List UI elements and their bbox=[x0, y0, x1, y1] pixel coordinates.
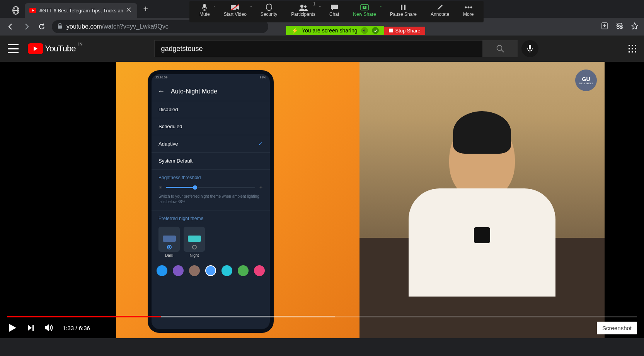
brightness-low-icon: ☀ bbox=[158, 185, 162, 190]
svg-point-12 bbox=[470, 7, 472, 8]
zoom-video-label: Start Video bbox=[224, 12, 247, 17]
new-tab-button[interactable]: + bbox=[140, 3, 151, 14]
lapel-mic-icon bbox=[474, 227, 490, 243]
svg-point-11 bbox=[467, 7, 469, 8]
chat-icon bbox=[331, 3, 338, 12]
tab-title-text: #GTT 6 Best Telegram Tips, Tricks an bbox=[39, 8, 123, 14]
bookmark-star-icon[interactable] bbox=[631, 22, 639, 31]
phone-screen-title: Auto-Night Mode bbox=[171, 88, 217, 95]
check-icon: ✓ bbox=[258, 141, 263, 147]
browser-back-button[interactable] bbox=[5, 21, 16, 32]
phone-time: 23:36:59 bbox=[155, 76, 167, 82]
url-host: youtube.com bbox=[66, 23, 102, 30]
zoom-new-share-button[interactable]: New Share ⌄ bbox=[346, 2, 383, 18]
youtube-header: YouTube IN bbox=[0, 36, 644, 62]
shield-icon bbox=[266, 3, 273, 12]
zoom-annotate-label: Annotate bbox=[431, 12, 449, 17]
zoom-participants-button[interactable]: Participants 1 ⌄ bbox=[284, 2, 322, 18]
browser-reload-button[interactable] bbox=[36, 21, 47, 32]
zoom-more-button[interactable]: More bbox=[456, 2, 480, 18]
youtube-logo[interactable]: YouTube IN bbox=[28, 43, 75, 54]
share-check-button[interactable] bbox=[372, 27, 379, 34]
color-swatch bbox=[173, 265, 184, 276]
hamburger-menu-button[interactable] bbox=[8, 44, 19, 53]
svg-point-4 bbox=[300, 5, 303, 8]
tab-close-button[interactable] bbox=[126, 7, 133, 14]
svg-point-5 bbox=[304, 5, 307, 8]
browser-tab-active[interactable]: #GTT 6 Best Telegram Tips, Tricks an bbox=[25, 3, 137, 18]
phone-brightness-slider bbox=[166, 187, 255, 188]
zoom-participants-label: Participants bbox=[291, 12, 315, 17]
globe-icon bbox=[12, 7, 19, 14]
play-button[interactable] bbox=[7, 322, 18, 333]
svg-rect-21 bbox=[32, 325, 34, 331]
theme-card-night bbox=[184, 227, 205, 252]
browser-tab-inactive[interactable] bbox=[7, 3, 25, 18]
zoom-more-label: More bbox=[463, 12, 474, 17]
svg-rect-8 bbox=[401, 5, 402, 10]
screenshot-toast: Screenshot bbox=[597, 322, 637, 334]
chevron-down-icon[interactable]: ⌄ bbox=[250, 4, 253, 8]
youtube-country-code: IN bbox=[78, 42, 82, 46]
participants-icon bbox=[298, 3, 308, 12]
phone-option-scheduled: Scheduled bbox=[152, 118, 270, 135]
svg-point-15 bbox=[617, 26, 619, 29]
search-input[interactable] bbox=[154, 40, 483, 57]
stop-share-label: Stop Share bbox=[395, 28, 420, 34]
phone-battery-text: 91% bbox=[260, 76, 266, 82]
chevron-down-icon[interactable]: ⌄ bbox=[319, 4, 322, 8]
pause-icon bbox=[400, 3, 406, 12]
next-button[interactable] bbox=[26, 323, 36, 332]
microphone-icon bbox=[527, 44, 533, 53]
sharing-text: You are screen sharing bbox=[302, 27, 357, 34]
zoom-security-button[interactable]: Security bbox=[254, 2, 284, 18]
zoom-security-label: Security bbox=[261, 12, 277, 17]
bolt-icon: ⚡ bbox=[291, 27, 298, 34]
theme-dark-label: Dark bbox=[158, 252, 180, 259]
volume-button[interactable] bbox=[44, 323, 54, 332]
stop-share-button[interactable]: Stop Share bbox=[384, 27, 425, 35]
search-button[interactable] bbox=[483, 40, 518, 57]
time-display: 1:33 / 6:36 bbox=[63, 325, 90, 331]
participant-count-badge: 1 bbox=[313, 2, 315, 6]
phone-option-system-default: System Default bbox=[152, 152, 270, 169]
microphone-icon bbox=[201, 3, 208, 12]
phone-brightness-hint: Switch to your preferred night theme whe… bbox=[152, 194, 270, 210]
chevron-down-icon[interactable]: ⌄ bbox=[213, 4, 216, 8]
video-off-icon bbox=[230, 3, 240, 12]
channel-watermark[interactable]: GU TIPS & TRICKS bbox=[575, 70, 597, 91]
color-swatch bbox=[254, 265, 265, 276]
mute-share-audio-button[interactable] bbox=[361, 27, 368, 34]
zoom-pause-share-label: Pause Share bbox=[390, 12, 417, 17]
zoom-annotate-button[interactable]: Annotate bbox=[424, 2, 456, 18]
video-phone-mockup: 23:36:59 91% ← Auto-Night Mode Disabled … bbox=[116, 62, 359, 338]
youtube-play-icon bbox=[28, 43, 43, 54]
zoom-chat-button[interactable]: Chat bbox=[322, 2, 346, 18]
zoom-mute-label: Mute bbox=[199, 12, 210, 17]
color-swatch bbox=[157, 265, 167, 276]
lock-icon bbox=[57, 23, 63, 31]
apps-grid-button[interactable] bbox=[629, 45, 636, 53]
browser-forward-button[interactable] bbox=[21, 21, 32, 32]
zoom-mute-button[interactable]: Mute ⌄ bbox=[193, 2, 217, 18]
zoom-pause-share-button[interactable]: Pause Share bbox=[383, 2, 424, 18]
phone-option-adaptive: Adaptive ✓ bbox=[152, 135, 270, 152]
svg-rect-13 bbox=[58, 25, 62, 29]
player-controls-bar: 1:33 / 6:36 Screenshot bbox=[0, 317, 644, 338]
color-swatch bbox=[205, 265, 216, 276]
phone-preferred-theme-label: Preferred night theme bbox=[152, 210, 270, 224]
zoom-start-video-button[interactable]: Start Video ⌄ bbox=[217, 2, 254, 18]
svg-point-10 bbox=[465, 7, 467, 8]
svg-point-18 bbox=[497, 46, 502, 51]
screen-sharing-banner: ⚡ You are screen sharing Stop Share bbox=[286, 25, 425, 36]
install-app-icon[interactable] bbox=[601, 22, 608, 31]
incognito-icon[interactable] bbox=[615, 22, 624, 31]
zoom-chat-label: Chat bbox=[329, 12, 339, 17]
theme-night-label: Night bbox=[184, 252, 205, 259]
video-player[interactable]: 23:36:59 91% ← Auto-Night Mode Disabled … bbox=[0, 62, 644, 338]
youtube-logo-text: YouTube bbox=[45, 44, 75, 54]
phone-option-disabled: Disabled bbox=[152, 101, 270, 118]
voice-search-button[interactable] bbox=[521, 40, 538, 57]
svg-rect-1 bbox=[203, 4, 206, 8]
chevron-down-icon[interactable]: ⌄ bbox=[379, 4, 382, 8]
